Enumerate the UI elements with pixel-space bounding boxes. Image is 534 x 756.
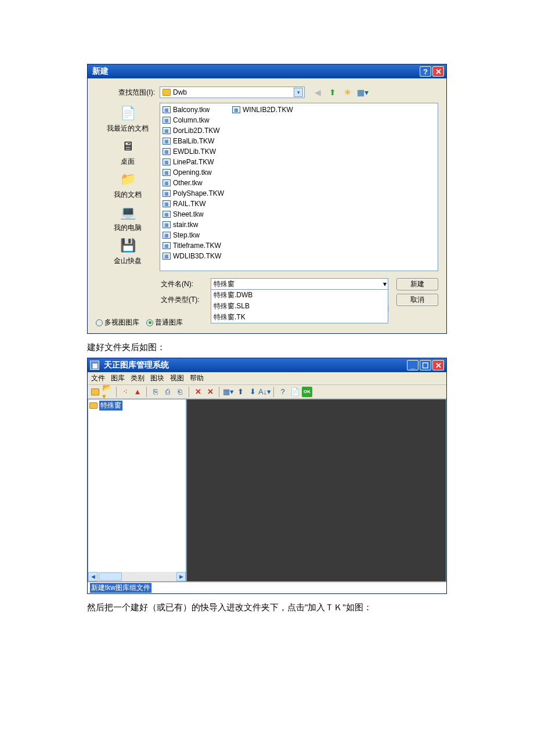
menu-file[interactable]: 文件 (91, 373, 105, 383)
file-item[interactable]: ▦EWDLib.TKW (163, 146, 232, 157)
file-item[interactable]: ▦RAIL.TKW (163, 199, 232, 209)
place-kuaipan[interactable]: 💾 金山快盘 (114, 236, 142, 266)
file-item[interactable]: ▦WINLIB2D.TKW (232, 105, 301, 115)
tb-up-icon[interactable]: ⬆ (235, 387, 246, 397)
tree-item[interactable]: 特殊窗 (89, 401, 185, 411)
separator (146, 387, 147, 397)
places-bar: 📄 我最近的文档 🖥 桌面 📁 我的文档 💻 我的电脑 (96, 103, 160, 271)
lookin-value: Dwb (173, 88, 291, 96)
mydocs-icon: 📁 (118, 170, 137, 189)
place-label: 金山快盘 (114, 256, 142, 266)
back-icon[interactable]: ◀ (312, 87, 323, 98)
file-item[interactable]: ▦Other.tkw (163, 178, 232, 188)
view-menu-icon[interactable]: ▦▾ (357, 87, 369, 98)
preview-pane (186, 399, 446, 582)
tb-tri-icon[interactable]: ▲ (132, 387, 143, 397)
body-text-1: 建好文件夹后如图： (87, 342, 447, 353)
menu-library[interactable]: 图库 (111, 373, 125, 383)
file-icon: ▦ (163, 159, 171, 165)
place-desktop[interactable]: 🖥 桌面 (118, 137, 137, 167)
menu-view[interactable]: 视图 (170, 373, 184, 383)
file-listing[interactable]: ▦Balcony.tkw ▦Column.tkw ▦DorLib2D.TKW ▦… (160, 103, 438, 271)
file-icon: ▦ (163, 138, 171, 145)
file-item[interactable]: ▦Titleframe.TKW (163, 240, 232, 251)
filetype-option[interactable]: 特殊窗.SLB (211, 301, 388, 312)
place-mydocs[interactable]: 📁 我的文档 (114, 170, 142, 200)
file-item[interactable]: ▦WDLIB3D.TKW (163, 251, 232, 261)
horizontal-scrollbar[interactable]: ◀ ▶ (88, 572, 186, 581)
place-recent[interactable]: 📄 我最近的文档 (107, 104, 149, 134)
file-item[interactable]: ▦stair.tkw (163, 219, 232, 230)
radio-normal[interactable]: 普通图库 (146, 318, 183, 327)
filename-label: 文件名(N): (96, 278, 193, 289)
file-item[interactable]: ▦DorLib2D.TKW (163, 125, 232, 136)
dropdown-arrow-icon[interactable]: ▾ (294, 88, 303, 97)
library-manager-window: ▦ 天正图库管理系统 _ ☐ ✕ 文件 图库 类别 图块 视图 帮助 📂▾ ⁖ … (87, 358, 447, 594)
scroll-track[interactable] (98, 572, 176, 581)
maximize-button[interactable]: ☐ (420, 360, 431, 370)
file-icon: ▦ (163, 221, 171, 228)
menu-category[interactable]: 类别 (131, 373, 145, 383)
filetype-label: 文件类型(T): (96, 294, 200, 305)
up-folder-icon[interactable]: ⬆ (327, 87, 338, 98)
tb-paste-icon[interactable]: ⎗ (175, 387, 185, 397)
cancel-button[interactable]: 取消 (396, 294, 438, 306)
desktop-icon: 🖥 (118, 137, 137, 156)
tb-help-icon[interactable]: ? (277, 387, 288, 397)
file-item[interactable]: ▦Column.tkw (163, 115, 232, 125)
tree-pane[interactable]: 特殊窗 ◀ ▶ (88, 399, 186, 582)
close-button[interactable]: ✕ (432, 360, 444, 370)
file-item[interactable]: ▦PolyShape.TKW (163, 188, 232, 199)
filename-input[interactable]: 特殊窗 ▾ (211, 278, 388, 290)
menu-help[interactable]: 帮助 (190, 373, 204, 383)
body-text-2: 然后把一个建好（或已有）的快导入进改文件夹下，点击"加入ＴＫ"如图： (87, 602, 447, 613)
filetype-dropdown-list[interactable]: 特殊窗.DWB 特殊窗.SLB 特殊窗.TK (211, 290, 388, 323)
tb-sort-icon[interactable]: A↓▾ (259, 387, 270, 397)
tb-delete1-icon[interactable]: ✕ (193, 387, 203, 397)
lookin-combo[interactable]: Dwb ▾ (160, 87, 305, 98)
file-item[interactable]: ▦Sheet.tkw (163, 209, 232, 219)
tb-new-icon[interactable] (90, 387, 100, 397)
filetype-option[interactable]: 特殊窗.DWB (211, 290, 388, 301)
scroll-thumb[interactable] (99, 573, 122, 581)
tb-down-icon[interactable]: ⬇ (247, 387, 258, 397)
radio-label: 多视图图库 (104, 318, 139, 327)
file-item[interactable]: ▦LinePat.TKW (163, 157, 232, 167)
tb-open-icon[interactable]: 📂▾ (102, 387, 113, 397)
new-folder-icon[interactable]: ✳ (342, 87, 353, 98)
separator (273, 387, 274, 397)
minimize-button[interactable]: _ (407, 360, 418, 370)
tb-copy-icon[interactable]: ⎙ (163, 387, 173, 397)
help-button[interactable]: ? (420, 66, 431, 77)
file-icon: ▦ (163, 200, 171, 207)
tb-attach-icon[interactable]: ⎘ (150, 387, 161, 397)
new-button[interactable]: 新建 (396, 278, 438, 290)
file-item[interactable]: ▦EBalLib.TKW (163, 136, 232, 146)
tb-ok-icon[interactable]: OK (302, 387, 312, 397)
tb-grid-icon[interactable]: ▦▾ (223, 387, 233, 397)
place-computer[interactable]: 💻 我的电脑 (114, 203, 142, 233)
file-icon: ▦ (163, 148, 171, 155)
file-item[interactable]: ▦Opening.tkw (163, 167, 232, 178)
scroll-right-icon[interactable]: ▶ (176, 572, 186, 581)
tb-doc-icon[interactable]: 📄 (290, 387, 300, 397)
tb-delete2-icon[interactable]: ✕ (205, 387, 215, 397)
statusbar: 新建tkw图库组文件 (88, 582, 446, 593)
file-item[interactable]: ▦Balcony.tkw (163, 105, 232, 115)
filetype-option[interactable]: 特殊窗.TK (211, 312, 388, 323)
radio-multiview[interactable]: 多视图图库 (96, 318, 139, 327)
menubar: 文件 图库 类别 图块 视图 帮助 (88, 372, 446, 385)
close-button[interactable]: ✕ (432, 66, 444, 77)
place-label: 我的电脑 (114, 223, 142, 233)
tb-dots-icon[interactable]: ⁖ (120, 387, 131, 397)
dropdown-arrow-icon[interactable]: ▾ (383, 280, 387, 288)
menu-block[interactable]: 图块 (150, 373, 164, 383)
file-item[interactable]: ▦Step.tkw (163, 230, 232, 240)
scroll-left-icon[interactable]: ◀ (88, 572, 98, 581)
radio-label: 普通图库 (155, 318, 183, 327)
separator (189, 387, 189, 397)
file-icon: ▦ (163, 117, 171, 124)
window-title: 天正图库管理系统 (102, 360, 407, 370)
file-icon: ▦ (163, 106, 171, 113)
file-icon: ▦ (163, 190, 171, 197)
